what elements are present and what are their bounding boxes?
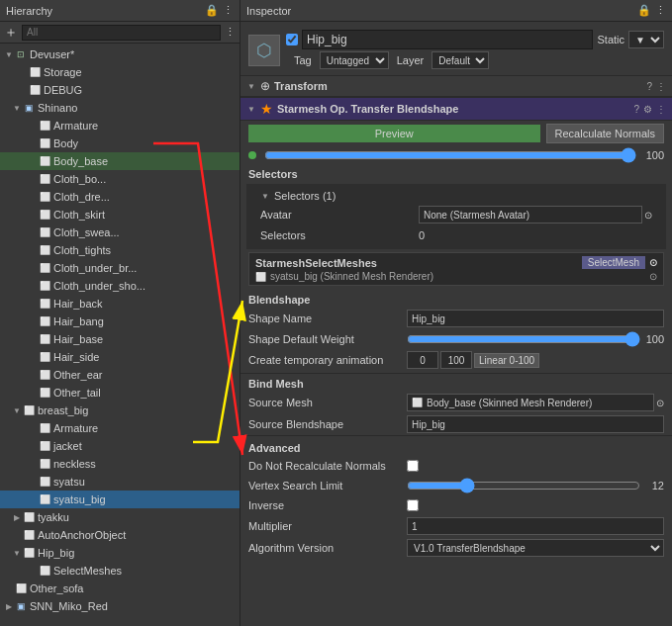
selectors-header[interactable]: Selectors (1) bbox=[252, 188, 660, 204]
tree-item-armature[interactable]: ⬜ Armature bbox=[0, 117, 240, 134]
source-mesh-select-icon[interactable]: ⊙ bbox=[656, 398, 664, 408]
renderer-row: ⬜ syatsu_big (Skinned Mesh Renderer) ⊙ bbox=[255, 271, 657, 282]
weight-slider[interactable] bbox=[407, 332, 640, 346]
inspector-lock-icon[interactable]: 🔒 bbox=[637, 4, 651, 17]
starmesh-more-icon[interactable]: ⋮ bbox=[656, 104, 666, 115]
add-icon[interactable]: ＋ bbox=[4, 24, 18, 42]
tree-item-debug[interactable]: ⬜ DEBUG bbox=[0, 81, 240, 99]
tree-item-jacket[interactable]: ⬜ jacket bbox=[0, 437, 240, 455]
tree-item-storage[interactable]: ⬜ Storage bbox=[0, 63, 240, 81]
transform-component-header[interactable]: ⊕ Transform ? ⋮ bbox=[240, 75, 672, 97]
tree-item-cloth-under-sho[interactable]: ⬜ Cloth_under_sho... bbox=[0, 277, 240, 295]
inspector-more-icon[interactable]: ⋮ bbox=[655, 4, 666, 17]
avatar-label: Avatar bbox=[260, 209, 419, 221]
hierarchy-panel: Hierarchy 🔒 ⋮ ＋ ⋮ ⊡ Devuser* ⬜ Storage ⬜… bbox=[0, 0, 240, 626]
starmesh-gear-icon[interactable]: ⚙ bbox=[643, 104, 652, 115]
anim-value-100-input[interactable] bbox=[440, 351, 472, 369]
source-mesh-icon: ⬜ bbox=[412, 398, 423, 407]
more-options-icon[interactable]: ⋮ bbox=[225, 26, 236, 39]
object-name-input[interactable] bbox=[302, 30, 593, 49]
select-mesh-button[interactable]: SelectMesh bbox=[582, 256, 645, 269]
tree-item-other-ear[interactable]: ⬜ Other_ear bbox=[0, 366, 240, 384]
tree-item-shinano[interactable]: ▣ Shinano bbox=[0, 99, 240, 117]
starmesh-arrow bbox=[246, 104, 256, 114]
object-active-checkbox[interactable] bbox=[286, 34, 298, 45]
tree-item-autoanchor[interactable]: ⬜ AutoAnchorObject bbox=[0, 526, 240, 544]
mesh-icon-cloth-skirt: ⬜ bbox=[38, 208, 51, 222]
shape-name-input[interactable] bbox=[407, 310, 664, 327]
preview-button[interactable]: Preview bbox=[248, 125, 540, 142]
vertex-search-slider[interactable] bbox=[407, 479, 640, 492]
tag-select[interactable]: Untagged bbox=[320, 51, 389, 69]
tree-item-other-tail[interactable]: ⬜ Other_tail bbox=[0, 384, 240, 402]
inverse-checkbox[interactable] bbox=[407, 499, 419, 511]
cube-icon-debug: ⬜ bbox=[28, 83, 42, 97]
tree-item-breast-big[interactable]: ⬜ breast_big bbox=[0, 402, 240, 419]
multiplier-label: Multiplier bbox=[248, 520, 407, 532]
tree-item-cloth-sweat[interactable]: ⬜ Cloth_swea... bbox=[0, 224, 240, 241]
tree-item-syatsu[interactable]: ⬜ syatsu bbox=[0, 473, 240, 491]
shape-default-weight-row: Shape Default Weight 100 bbox=[240, 329, 672, 349]
recalculate-button[interactable]: Recalculate Normals bbox=[546, 124, 664, 143]
tree-item-hair-bang[interactable]: ⬜ Hair_bang bbox=[0, 313, 240, 330]
tree-item-syatsu-big[interactable]: ⬜ syatsu_big bbox=[0, 491, 240, 508]
tree-item-hip-big[interactable]: ⬜ Hip_big bbox=[0, 544, 240, 562]
layer-select[interactable]: Default bbox=[432, 51, 489, 69]
do-not-recalc-checkbox[interactable] bbox=[407, 460, 419, 472]
starmesh-component-header[interactable]: ★ Starmesh Op. Transfer Blendshape ? ⚙ ⋮ bbox=[240, 97, 672, 121]
cube-icon-hip-big: ⬜ bbox=[22, 546, 36, 560]
label-storage: Storage bbox=[44, 66, 82, 78]
transform-question-icon[interactable]: ? bbox=[646, 81, 652, 92]
tree-item-other-sofa[interactable]: ⬜ Other_sofa bbox=[0, 580, 240, 597]
tree-item-hair-back[interactable]: ⬜ Hair_back bbox=[0, 295, 240, 313]
label-cloth-sweat: Cloth_swea... bbox=[53, 226, 120, 238]
avatar-select-icon[interactable]: ⊙ bbox=[644, 210, 652, 221]
tree-item-body[interactable]: ⬜ Body bbox=[0, 134, 240, 152]
tree-item-selectmeshes[interactable]: ⬜ SelectMeshes bbox=[0, 562, 240, 580]
cube-icon-storage: ⬜ bbox=[28, 65, 42, 79]
tree-item-neckless[interactable]: ⬜ neckless bbox=[0, 455, 240, 473]
tree-item-cloth-under-br[interactable]: ⬜ Cloth_under_br... bbox=[0, 259, 240, 277]
source-blendshape-label: Source Blendshape bbox=[248, 418, 407, 430]
multiplier-input[interactable] bbox=[407, 517, 664, 535]
anim-value-0-input[interactable] bbox=[407, 351, 438, 369]
preview-slider[interactable] bbox=[264, 148, 636, 162]
mesh-icon-jacket: ⬜ bbox=[38, 439, 51, 453]
tree-item-snn-miko-red[interactable]: ▣ SNN_Miko_Red bbox=[0, 597, 240, 615]
static-label: Static bbox=[597, 34, 624, 45]
vertex-search-limit-row: Vertex Search Limit 12 bbox=[240, 476, 672, 495]
arrow-tyakku bbox=[12, 512, 22, 522]
arrow-snn-miko-red bbox=[4, 601, 14, 611]
tree-item-cloth-tights[interactable]: ⬜ Cloth_tights bbox=[0, 241, 240, 259]
tree-item-cloth-skirt[interactable]: ⬜ Cloth_skirt bbox=[0, 206, 240, 224]
tree-item-hair-base[interactable]: ⬜ Hair_base bbox=[0, 330, 240, 348]
starmesh-actions: ? ⚙ ⋮ bbox=[633, 104, 666, 115]
source-blendshape-input[interactable] bbox=[407, 415, 664, 433]
hierarchy-search-input[interactable] bbox=[22, 25, 221, 41]
renderer-select-icon[interactable]: ⊙ bbox=[649, 271, 657, 282]
more-menu-icon[interactable]: ⋮ bbox=[223, 4, 234, 17]
tree-item-armature2[interactable]: ⬜ Armature bbox=[0, 419, 240, 437]
static-dropdown[interactable]: ▼ bbox=[628, 31, 664, 48]
tree-item-cloth-body[interactable]: ⬜ Cloth_bo... bbox=[0, 170, 240, 188]
label-other-ear: Other_ear bbox=[53, 369, 103, 381]
algorithm-label: Algorithm Version bbox=[248, 542, 407, 554]
selectors-section-label: Selectors bbox=[240, 164, 672, 182]
tree-item-devuser[interactable]: ⊡ Devuser* bbox=[0, 45, 240, 63]
tree-item-hair-side[interactable]: ⬜ Hair_side bbox=[0, 348, 240, 366]
bind-mesh-section-label: Bind Mesh bbox=[240, 373, 672, 392]
tree-item-tyakku[interactable]: ⬜ tyakku bbox=[0, 508, 240, 526]
label-tyakku: tyakku bbox=[38, 511, 69, 523]
inverse-row: Inverse bbox=[240, 495, 672, 515]
tree-item-cloth-dress[interactable]: ⬜ Cloth_dre... bbox=[0, 188, 240, 206]
lock-icon[interactable]: 🔒 bbox=[205, 4, 219, 17]
anim-linear-button[interactable]: Linear 0-100 bbox=[474, 353, 539, 368]
mesh-icon-hair-side: ⬜ bbox=[38, 350, 51, 364]
algorithm-select[interactable]: V1.0 TransferBlendshape bbox=[407, 539, 664, 557]
transform-more-icon[interactable]: ⋮ bbox=[656, 81, 666, 92]
tree-item-body-base[interactable]: ⬜ Body_base bbox=[0, 152, 240, 170]
starmesh-select-circle-icon[interactable]: ⊙ bbox=[649, 257, 657, 268]
transform-title: Transform bbox=[274, 80, 642, 92]
cube-icon-breast-big: ⬜ bbox=[22, 403, 36, 417]
starmesh-question-icon[interactable]: ? bbox=[633, 104, 639, 115]
